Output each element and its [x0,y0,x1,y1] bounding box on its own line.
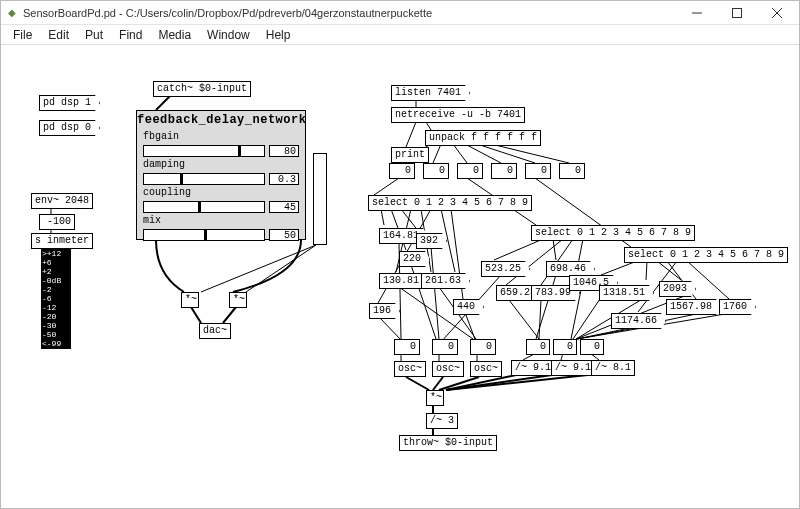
obj-select-2[interactable]: select 0 1 2 3 4 5 6 7 8 9 [531,225,695,241]
num-unpack-5[interactable]: 0 [559,163,585,179]
slider-damping[interactable] [143,173,265,185]
svg-line-52 [539,300,541,339]
vu-meter: >+12 +6 +2 -0dB -2 -6 -12 -20 -30 -50 <-… [41,249,71,349]
msg-label: pd dsp 0 [43,122,91,133]
subpatch-fdn[interactable]: feedback_delay_network fbgain 80 damping… [136,110,306,240]
svg-line-68 [446,374,597,390]
vu-tick: -12 [41,303,71,312]
msg-freq-196[interactable]: 196 [369,303,400,319]
msg-dsp-1[interactable]: pd dsp 1 [39,95,100,111]
svg-line-50 [536,275,556,339]
svg-line-13 [426,122,431,130]
close-button[interactable] [757,1,797,25]
obj-label: env~ 2048 [35,195,89,206]
obj-unpack[interactable]: unpack f f f f f f [425,130,541,146]
menu-window[interactable]: Window [199,26,258,44]
obj-print[interactable]: print [391,147,429,163]
svg-line-49 [466,315,476,342]
num-unpack-3[interactable]: 0 [491,163,517,179]
slider-vertical[interactable] [313,153,327,245]
slider-coupling[interactable] [143,201,265,213]
obj-label: select 0 1 2 3 4 5 6 7 8 9 [628,249,784,260]
window-title: SensorBoardPd.pd - C:/Users/colin/Dropbo… [23,7,432,19]
obj-dac[interactable]: dac~ [199,323,231,339]
obj-label: *~ [185,294,197,305]
svg-line-7 [191,307,201,323]
maximize-button[interactable] [717,1,757,25]
vu-tick: <-99 [41,339,71,348]
obj-env[interactable]: env~ 2048 [31,193,93,209]
obj-label: unpack f f f f f f [429,132,537,143]
svg-line-17 [465,144,501,163]
obj-select-3[interactable]: select 0 1 2 3 4 5 6 7 8 9 [624,247,788,263]
msg-freq-440[interactable]: 440 [453,299,484,315]
num-div-in-0[interactable]: 0 [526,339,550,355]
vu-tick: -2 [41,285,71,294]
svg-line-19 [491,144,569,163]
msg-freq-1567[interactable]: 1567.98 [666,299,721,315]
svg-line-32 [553,239,556,260]
msg-freq-392[interactable]: 392 [416,233,447,249]
msg-listen[interactable]: listen 7401 [391,85,470,101]
num-recv-0[interactable]: 0 [394,339,420,355]
obj-osc-2[interactable]: osc~ [432,361,464,377]
obj-mul-right[interactable]: *~ [229,292,247,308]
label-damping: damping [137,159,305,170]
obj-throw[interactable]: throw~ $0-input [399,435,497,451]
obj-mul-left[interactable]: *~ [181,292,199,308]
title-bar: ◆ SensorBoardPd.pd - C:/Users/colin/Drop… [1,1,799,25]
minimize-button[interactable] [677,1,717,25]
num-mix[interactable]: 50 [269,229,299,241]
vu-tick: -30 [41,321,71,330]
menu-find[interactable]: Find [111,26,150,44]
obj-mul-sum[interactable]: *~ [426,390,444,406]
num-unpack-4[interactable]: 0 [525,163,551,179]
obj-netreceive[interactable]: netreceive -u -b 7401 [391,107,525,123]
num-value: -100 [47,216,71,227]
num-recv-2[interactable]: 0 [470,339,496,355]
num-recv-1[interactable]: 0 [432,339,458,355]
num-coupling[interactable]: 45 [269,201,299,213]
msg-freq-523[interactable]: 523.25 [481,261,530,277]
obj-div-final[interactable]: /~ 3 [426,413,458,429]
svg-line-9 [246,245,316,292]
num-unpack-0[interactable]: 0 [389,163,415,179]
slider-mix[interactable] [143,229,265,241]
num-div-in-2[interactable]: 0 [580,339,604,355]
menu-media[interactable]: Media [150,26,199,44]
msg-freq-1760[interactable]: 1760 [719,299,756,315]
slider-fbgain[interactable] [143,145,265,157]
msg-freq-1174[interactable]: 1174.66 [611,313,666,329]
num-unpack-1[interactable]: 0 [423,163,449,179]
patch-canvas[interactable]: pd dsp 1 pd dsp 0 env~ 2048 -100 s inmet… [1,45,800,509]
msg-freq-220[interactable]: 220 [399,251,430,267]
svg-line-16 [453,144,467,163]
num-env-out[interactable]: -100 [39,214,75,230]
msg-dsp-0[interactable]: pd dsp 0 [39,120,100,136]
msg-freq-130[interactable]: 130.81 [379,273,428,289]
msg-freq-261[interactable]: 261.63 [421,273,470,289]
obj-osc-1[interactable]: osc~ [394,361,426,377]
obj-osc-3[interactable]: osc~ [470,361,502,377]
obj-div-1[interactable]: /~ 9.1 [511,360,555,376]
num-fbgain[interactable]: 80 [269,145,299,157]
obj-select-1[interactable]: select 0 1 2 3 4 5 6 7 8 9 [368,195,532,211]
msg-freq-2093[interactable]: 2093 [659,281,696,297]
msg-freq-698[interactable]: 698.46 [546,261,595,277]
num-damping[interactable]: 0.3 [269,173,299,185]
msg-freq-1318[interactable]: 1318.51 [599,285,654,301]
menu-put[interactable]: Put [77,26,111,44]
obj-div-3[interactable]: /~ 8.1 [591,360,635,376]
svg-line-51 [509,300,539,339]
obj-send-inmeter[interactable]: s inmeter [31,233,93,249]
label-fbgain: fbgain [137,131,305,142]
menu-edit[interactable]: Edit [40,26,77,44]
menu-help[interactable]: Help [258,26,299,44]
vu-tick: +2 [41,267,71,276]
num-unpack-2[interactable]: 0 [457,163,483,179]
num-div-in-1[interactable]: 0 [553,339,577,355]
obj-catch[interactable]: catch~ $0-input [153,81,251,97]
obj-label: select 0 1 2 3 4 5 6 7 8 9 [535,227,691,238]
menu-file[interactable]: File [5,26,40,44]
obj-div-2[interactable]: /~ 9.1 [551,360,595,376]
